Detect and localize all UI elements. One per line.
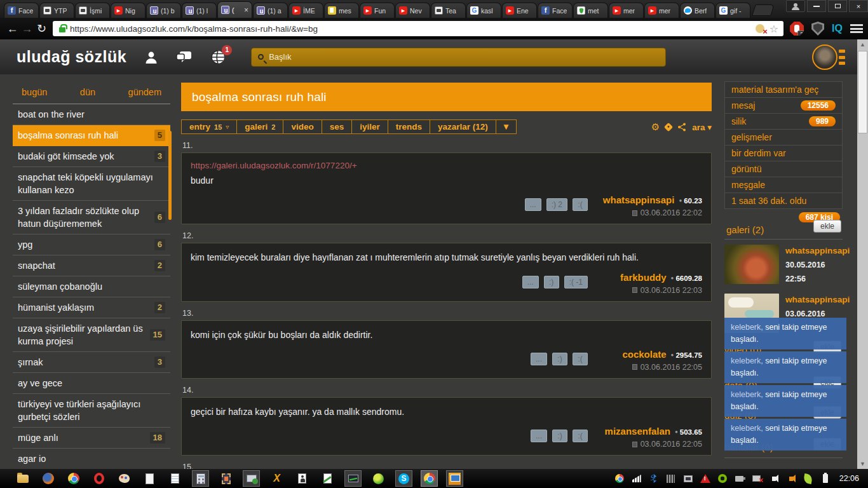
bookmark-star-icon[interactable]: ☆ xyxy=(770,23,778,35)
skype-taskbar-icon[interactable]: S xyxy=(395,470,412,487)
personapp-taskbar-icon[interactable] xyxy=(294,470,311,487)
chrome-taskbar-icon[interactable] xyxy=(421,470,438,487)
reaction-button[interactable]: :( -1 xyxy=(564,276,588,288)
tab-bugun[interactable]: bugün xyxy=(22,87,47,97)
filter-tab[interactable]: ses xyxy=(322,120,353,133)
notepad-taskbar-icon[interactable] xyxy=(166,470,184,487)
tab-gundem[interactable]: gündem xyxy=(128,87,161,97)
sidebar-topic[interactable]: 3 yıldan fazladır sözlükte olup hatun dü… xyxy=(13,201,170,234)
leaf-tray-icon[interactable] xyxy=(803,473,813,484)
chromesm-tray-icon[interactable] xyxy=(614,473,625,484)
sidebar-topic[interactable]: boat on the river xyxy=(13,104,170,125)
filter-tab[interactable]: ▼ xyxy=(496,120,516,133)
url-text[interactable]: https://www.uludagsozluk.com/k/boşalma-s… xyxy=(70,24,756,34)
entry-link[interactable]: https://galeri.uludagsozluk.com/r/107722… xyxy=(191,161,702,170)
browser-tab[interactable]: Ene xyxy=(502,3,537,18)
reaction-button[interactable]: :( xyxy=(573,353,588,365)
profile-icon[interactable] xyxy=(786,0,805,12)
filter-tab[interactable]: entry15▿ xyxy=(182,120,237,133)
right-menu-item[interactable]: gelişmeler xyxy=(724,129,843,146)
reaction-button[interactable]: :) xyxy=(544,276,559,288)
filter-tab[interactable]: trends xyxy=(388,120,430,133)
sidebar-scrollbar[interactable] xyxy=(168,131,172,220)
explorer-taskbar-icon[interactable] xyxy=(14,470,31,487)
restore-icon[interactable] xyxy=(828,0,847,12)
reaction-button[interactable]: :( xyxy=(573,430,588,442)
galeri-author[interactable]: whatsappinsapi xyxy=(785,246,850,255)
address-bar[interactable]: https://www.uludagsozluk.com/k/boşalma-s… xyxy=(53,21,783,36)
browser-menu-icon[interactable] xyxy=(850,24,863,33)
right-menu-item[interactable]: meşgale xyxy=(724,177,843,193)
settings-gear-icon[interactable]: ⚙ xyxy=(651,121,660,133)
tag-icon[interactable] xyxy=(664,122,673,131)
filter-tab[interactable]: galeri2 xyxy=(237,120,283,133)
browser-tab[interactable]: Nev xyxy=(395,3,430,18)
globe-notifications-icon[interactable]: 1 xyxy=(210,50,226,65)
profile-person-icon[interactable] xyxy=(144,50,158,64)
signal-tray-icon[interactable] xyxy=(632,473,642,484)
remote-taskbar-icon[interactable] xyxy=(243,470,260,487)
sidebar-topic[interactable]: snapchat teki köpekli uygulamayı kullana… xyxy=(13,167,170,201)
reaction-button[interactable]: :) xyxy=(552,430,567,442)
messages-icon[interactable] xyxy=(176,50,193,64)
reaction-button[interactable]: :( xyxy=(573,198,588,211)
right-menu-item[interactable]: bir derdim var xyxy=(724,145,843,161)
site-logo[interactable]: uludağ sözlük xyxy=(17,48,126,66)
browser-tab[interactable]: mer xyxy=(609,3,644,18)
sidebar-topic[interactable]: boşalma sonrası ruh hali5 xyxy=(13,125,170,146)
right-menu-item[interactable]: mesaj12556 xyxy=(724,97,843,114)
bt-tray-icon[interactable] xyxy=(649,473,659,484)
nvidia-tray-icon[interactable] xyxy=(717,473,728,484)
grid-tray-icon[interactable] xyxy=(666,473,676,484)
emoji-blocker-icon[interactable] xyxy=(756,24,764,33)
reload-icon[interactable]: ↻ xyxy=(34,22,49,36)
author-link[interactable]: farkbuddy xyxy=(620,272,667,283)
reaction-button[interactable]: ... xyxy=(531,353,547,365)
browser-tab[interactable]: gif - xyxy=(715,3,750,18)
right-menu-item[interactable]: silik989 xyxy=(724,113,843,130)
sidebar-topic[interactable]: snapchat2 xyxy=(13,255,170,276)
sidebar-topic[interactable]: ay ve gece xyxy=(13,373,170,394)
browser-tab[interactable]: kasl xyxy=(466,3,501,18)
sidebar-topic[interactable]: ypg6 xyxy=(13,234,170,255)
browser-tab[interactable]: mer xyxy=(644,3,679,18)
sidebar-topic[interactable]: agar io xyxy=(13,449,170,470)
browser-tab[interactable]: (1) a xyxy=(253,3,288,18)
vol-tray-icon[interactable] xyxy=(769,473,779,484)
galeri-thumbnail[interactable] xyxy=(724,245,779,284)
browser-tab[interactable]: Tea xyxy=(431,3,466,18)
scroll-down-icon[interactable]: ▼ xyxy=(857,461,868,467)
filter-tab[interactable]: yazarlar (12) xyxy=(430,120,496,133)
avatar[interactable] xyxy=(812,44,837,70)
firefox-taskbar-icon[interactable] xyxy=(39,470,57,487)
author-link[interactable]: mizansenfalan xyxy=(605,426,670,437)
follow-notification[interactable]: keleberk, seni takip etmeye başladı. xyxy=(724,351,846,383)
author-link[interactable]: cockolate xyxy=(622,349,666,360)
sidebar-topic[interactable]: süleyman çobanoğlu xyxy=(13,276,170,297)
browser-tab[interactable]: YTP xyxy=(39,3,74,18)
mon-tray-icon[interactable] xyxy=(683,473,693,484)
minimize-icon[interactable] xyxy=(807,0,826,12)
opera-taskbar-icon[interactable] xyxy=(90,470,107,487)
browser-tab[interactable]: met xyxy=(573,3,608,18)
search-input[interactable]: Başlık xyxy=(251,48,666,67)
doc-taskbar-icon[interactable] xyxy=(141,470,158,487)
neterr-tray-icon[interactable] xyxy=(752,473,762,484)
galeri-item[interactable]: whatsappinsapi30.05.201622:56 xyxy=(724,245,843,284)
browser-tab[interactable]: Fun xyxy=(360,3,395,18)
new-tab-button[interactable] xyxy=(752,4,775,16)
galeri-header[interactable]: galeri (2) xyxy=(726,224,764,235)
chrome-taskbar-icon[interactable] xyxy=(65,470,82,487)
browser-tab[interactable]: (1) l xyxy=(182,3,217,18)
scrollbar-thumb[interactable] xyxy=(858,51,867,133)
filter-tab[interactable]: iyiler xyxy=(352,120,388,133)
usb-tray-icon[interactable] xyxy=(735,473,745,484)
browser-tab[interactable]: Berf xyxy=(680,3,715,18)
back-icon[interactable]: ← xyxy=(5,22,20,36)
follow-notification[interactable]: keleberk, seni takip etmeye başladı. xyxy=(724,419,846,451)
scroll-up-icon[interactable]: ▲ xyxy=(857,41,868,48)
browser-tab[interactable]: Nig xyxy=(111,3,146,18)
paint-taskbar-icon[interactable] xyxy=(116,470,133,487)
browser-tab[interactable]: mes xyxy=(324,3,359,18)
browser-tab[interactable]: (× xyxy=(217,1,252,18)
